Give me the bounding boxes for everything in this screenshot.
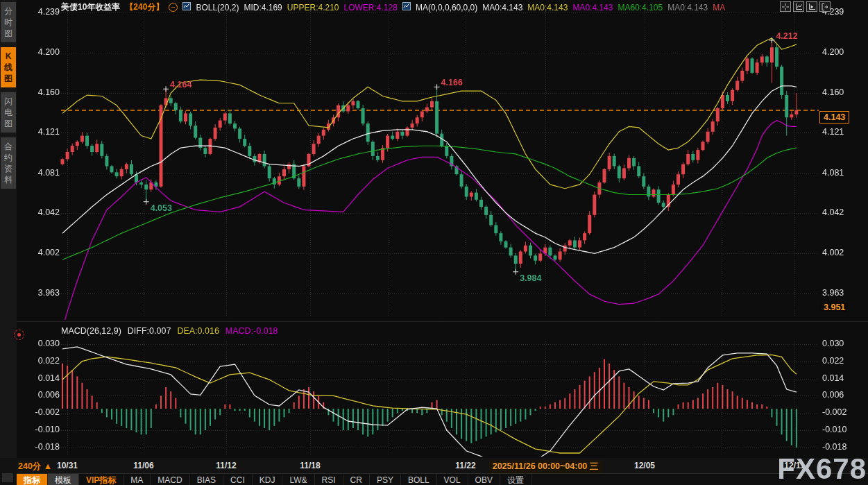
macd-diff-value: DIFF:0.007 (128, 326, 171, 336)
exit-right-icon[interactable] (819, 1, 831, 12)
ma-value: MA0:4.143 (667, 3, 708, 12)
toolbar-item-VOL[interactable]: VOL (437, 474, 468, 485)
price-axis-label: 4.200 (19, 47, 60, 57)
ma-value: MA (713, 3, 725, 12)
instrument-title: 美债10年收益率 (61, 2, 120, 12)
macd-axis-label: -0.018 (19, 442, 60, 452)
indicator-header: 美债10年收益率 【240分】 − BOLL(20,2) MID:4.169 U… (61, 2, 776, 12)
toolbar-item-RSI[interactable]: RSI (315, 474, 343, 485)
ma-value: MA0:4.143 (572, 3, 613, 12)
price-axis-label: 4.002 (822, 248, 844, 257)
date-label: 11/22 (455, 461, 475, 470)
price-axis-label: 4.042 (822, 207, 844, 217)
sidebar-tab-K线图[interactable]: K线图 (1, 47, 16, 87)
low-marker-badge: 3.951 (821, 303, 848, 312)
date-label: 11/06 (133, 461, 153, 470)
price-axis-label: 4.200 (822, 47, 844, 57)
ma-indicator-icon[interactable] (402, 2, 411, 12)
record-dot-icon[interactable] (14, 330, 24, 340)
boll-upper-value: UPPER:4.210 (287, 3, 339, 12)
chart-prev-icon[interactable] (793, 1, 804, 12)
macd-axis-label: -0.010 (19, 425, 60, 434)
chart-tool-icons (780, 1, 831, 12)
boll-indicator-icon[interactable] (182, 2, 191, 12)
corner-button[interactable] (2, 473, 13, 482)
macd-axis-label: 0.014 (822, 373, 844, 383)
time-axis-row: 240分 ▲ 10/3111/0611/1211/1811/2212/0512/… (17, 458, 868, 473)
macd-axis-label: 0.006 (822, 390, 844, 400)
sidebar-tab-闪电图[interactable]: 闪电图 (1, 92, 16, 133)
toolbar-item-MACD[interactable]: MACD (151, 474, 189, 485)
toolbar-item-模板[interactable]: 模板 (48, 474, 79, 485)
chart-play-icon[interactable] (806, 1, 817, 12)
price-axis-label: 4.160 (822, 87, 844, 97)
indicator-toolbar: 指标模板VIP指标MAMACDBIASCCIKDJLW&RSICRPSYBOLL… (17, 473, 868, 485)
macd-dea-value: DEA:0.016 (177, 326, 219, 336)
collapse-circle-icon[interactable]: − (169, 3, 178, 12)
macd-axis-label: -0.002 (19, 407, 60, 417)
macd-axis-label: -0.010 (822, 425, 846, 434)
boll-lower-value: LOWER:4.128 (344, 3, 398, 12)
price-axis-label: 3.963 (822, 288, 844, 298)
toolbar-item-BOLL[interactable]: BOLL (401, 474, 437, 485)
sidebar-bottom-corner (0, 458, 17, 485)
date-label: 12/11 (784, 461, 804, 470)
price-axis-label: 4.121 (19, 127, 60, 137)
toolbar-item-CR[interactable]: CR (343, 474, 370, 485)
main-chart-canvas[interactable] (0, 0, 868, 485)
hovered-candle-date: 2025/11/26 00:00~04:00 三 (489, 460, 602, 473)
toolbar-item-OBV[interactable]: OBV (468, 474, 500, 485)
macd-axis-label: 0.022 (822, 356, 844, 366)
sidebar-tab-合约资料[interactable]: 合约资料 (1, 137, 16, 189)
ma-values: MA0:4.143MA0:4.143MA0:4.143MA60:4.105MA0… (482, 3, 725, 12)
price-axis-label: 4.121 (822, 127, 844, 137)
chart-type-sidebar: 分时图K线图闪电图合约资料 (0, 0, 17, 458)
price-axis-label: 4.239 (19, 7, 60, 17)
boll-label: BOLL(20,2) (196, 3, 239, 12)
period-tick-label[interactable]: 240分 ▲ (18, 461, 52, 473)
toolbar-item-设置[interactable]: 设置 (500, 474, 531, 485)
macd-macd-value: MACD:-0.018 (225, 326, 278, 336)
price-axis-label: 4.160 (19, 87, 60, 97)
toolbar-item-MA[interactable]: MA (124, 474, 151, 485)
toolbar-item-PSY[interactable]: PSY (370, 474, 401, 485)
toolbar-item-LW&[interactable]: LW& (282, 474, 314, 485)
macd-axis-label: 0.030 (822, 339, 844, 348)
period-label: 【240分】 (125, 2, 164, 12)
macd-axis-label: -0.002 (822, 407, 846, 417)
date-label: 11/12 (216, 461, 236, 470)
ma-value: MA60:4.105 (618, 3, 663, 12)
current-price-badge: 4.143 (819, 111, 849, 124)
toolbar-item-指标[interactable]: 指标 (17, 474, 48, 485)
ma-value: MA0:4.143 (527, 3, 568, 12)
toolbar-item-KDJ[interactable]: KDJ (253, 474, 283, 485)
sidebar-tab-分时图[interactable]: 分时图 (1, 2, 16, 42)
crosshair-icon[interactable] (780, 1, 791, 12)
ma-value: MA0:4.143 (482, 3, 522, 12)
date-label: 12/05 (634, 461, 655, 470)
macd-params-label: MACD(26,12,9) (61, 326, 121, 336)
macd-axis-label: 0.022 (19, 356, 60, 366)
price-axis-label: 4.081 (822, 168, 844, 178)
macd-axis-label: -0.018 (822, 442, 846, 452)
macd-axis-label: 0.014 (19, 373, 60, 383)
price-axis-label: 4.042 (19, 207, 60, 217)
price-axis-label: 4.002 (19, 248, 60, 257)
trading-app-window: 分时图K线图闪电图合约资料 美债10年收益率 【240分】 − BOLL(20,… (0, 0, 868, 485)
macd-axis-label: 0.006 (19, 390, 60, 400)
macd-header: MACD(26,12,9) DIFF:0.007 DEA:0.016 MACD:… (61, 326, 278, 336)
price-axis-label: 4.081 (19, 168, 60, 178)
macd-axis-label: 0.030 (19, 339, 60, 348)
date-label: 11/18 (300, 461, 320, 470)
boll-mid-value: MID:4.169 (244, 3, 282, 12)
ma-label: MA(0,0,0,60,0,0) (416, 3, 477, 12)
toolbar-item-CCI[interactable]: CCI (223, 474, 253, 485)
toolbar-item-BIAS[interactable]: BIAS (190, 474, 223, 485)
date-label: 10/31 (57, 461, 78, 470)
toolbar-item-VIP指标[interactable]: VIP指标 (79, 474, 124, 485)
price-axis-label: 3.963 (19, 288, 60, 298)
